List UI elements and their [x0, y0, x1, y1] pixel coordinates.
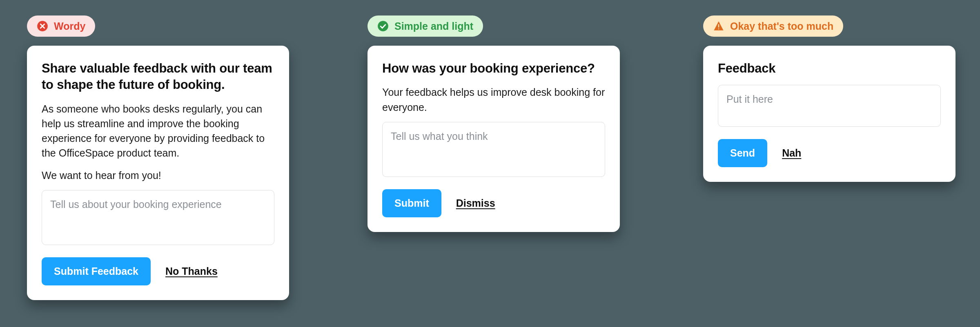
warning-triangle-icon	[713, 20, 724, 32]
badge-label: Okay that's too much	[730, 21, 833, 31]
no-thanks-button[interactable]: No Thanks	[165, 265, 218, 277]
send-button[interactable]: Send	[718, 139, 767, 167]
svg-rect-3	[718, 29, 719, 29]
card-title: How was your booking experience?	[382, 60, 605, 77]
feedback-card-minimal: Feedback Send Nah	[703, 46, 956, 182]
card-body: Your feedback helps us improve desk book…	[382, 85, 605, 115]
svg-rect-2	[718, 24, 719, 27]
feedback-input[interactable]	[718, 85, 941, 127]
svg-point-1	[378, 21, 388, 31]
dismiss-button[interactable]: Dismiss	[456, 197, 495, 209]
badge-label: Simple and light	[394, 21, 473, 31]
nah-button[interactable]: Nah	[782, 147, 801, 159]
badge-label: Wordy	[54, 21, 85, 31]
feedback-input[interactable]	[382, 122, 605, 177]
card-actions: Submit Dismiss	[382, 189, 605, 217]
badge-wordy: Wordy	[27, 15, 95, 37]
card-title: Feedback	[718, 60, 941, 77]
badge-simple: Simple and light	[368, 15, 483, 37]
feedback-card-wordy: Share valuable feedback with our team to…	[27, 46, 289, 300]
card-actions: Send Nah	[718, 139, 941, 167]
feedback-input[interactable]	[42, 190, 274, 245]
card-actions: Submit Feedback No Thanks	[42, 257, 274, 285]
card-body-2: We want to hear from you!	[42, 168, 274, 183]
card-body: As someone who books desks regularly, yo…	[42, 102, 274, 161]
x-circle-icon	[37, 20, 48, 32]
check-circle-icon	[377, 20, 389, 32]
feedback-card-simple: How was your booking experience? Your fe…	[368, 46, 620, 232]
submit-feedback-button[interactable]: Submit Feedback	[42, 257, 151, 285]
card-title: Share valuable feedback with our team to…	[42, 60, 274, 93]
submit-button[interactable]: Submit	[382, 189, 441, 217]
badge-too-much: Okay that's too much	[703, 15, 843, 37]
